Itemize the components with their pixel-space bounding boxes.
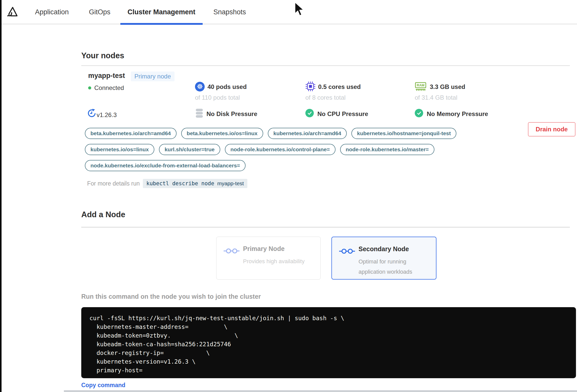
node-label-pill: kubernetes.io/os=linux (85, 144, 154, 155)
node-label-pill: node-role.kubernetes.io/master= (340, 144, 434, 155)
version-update-icon (87, 108, 97, 118)
add-node-heading: Add a Node (81, 210, 125, 219)
mouse-cursor (294, 2, 306, 18)
details-prefix: For more details run (87, 180, 140, 187)
node-link-icon (224, 248, 240, 254)
tab-label: Application (35, 8, 69, 16)
node-label-pill: beta.kubernetes.io/arch=amd64 (85, 128, 177, 139)
horizontal-scrollbar[interactable] (64, 390, 577, 392)
check-icon (305, 109, 314, 117)
kubectl-command-chip: kubectl describe node myapp-test (143, 179, 247, 188)
join-command-block: curl -fsSL https://kurl.sh/jq-new-test-u… (81, 307, 576, 378)
copy-command-link[interactable]: Copy command (81, 382, 125, 389)
app-logo-icon (7, 6, 19, 18)
option-description: Optimal for running application workload… (359, 257, 433, 277)
cores-used: 0.5 cores used (318, 83, 361, 90)
tab-label: GitOps (89, 8, 110, 16)
primary-node-badge: Primary node (131, 72, 175, 81)
join-command-label: Run this command on the node you wish to… (81, 293, 261, 300)
tab-snapshots[interactable]: Snapshots (206, 0, 253, 24)
tab-gitops[interactable]: GitOps (82, 0, 118, 24)
primary-node-option[interactable]: Primary Node Provides high availability (216, 237, 321, 280)
kubernetes-icon: ☸ (195, 82, 205, 91)
node-label-pill: kubernetes.io/hostname=jonquil-test (351, 128, 456, 139)
your-nodes-heading: Your nodes (81, 51, 124, 60)
tab-label: Cluster Management (128, 8, 195, 16)
secondary-node-option[interactable]: Secondary Node Optimal for running appli… (331, 237, 436, 280)
drain-node-button[interactable]: Drain node (528, 122, 575, 136)
option-title: Secondary Node (359, 245, 409, 253)
top-nav: Application GitOps Cluster Management Sn… (0, 0, 577, 24)
node-version: v1.26.3 (97, 111, 117, 119)
kubectl-command: kubectl describe node (146, 180, 214, 187)
join-command-text: curl -fsSL https://kurl.sh/jq-new-test-u… (81, 307, 576, 381)
screen-left-edge (0, 0, 2, 392)
node-label-pill: beta.kubernetes.io/os=linux (181, 128, 263, 139)
tab-label: Snapshots (213, 8, 246, 16)
memory-pressure: No Memory Pressure (427, 110, 488, 118)
pods-used: 40 pods used (207, 83, 247, 90)
cores-total: of 8 cores total (305, 94, 345, 101)
connected-dot-icon (88, 86, 91, 89)
node-label-pill: node.kubernetes.io/exclude-from-external… (85, 160, 246, 171)
ram-icon: RAM (415, 82, 426, 91)
node-label-pill: kubernetes.io/arch=amd64 (268, 128, 347, 139)
option-description: Provides high availability (243, 256, 317, 267)
node-labels: beta.kubernetes.io/arch=amd64 beta.kuber… (85, 128, 487, 171)
disk-icon (195, 108, 203, 118)
node-details-hint: For more details run kubectl describe no… (87, 179, 247, 188)
svg-text:RAM: RAM (417, 83, 424, 87)
option-title: Primary Node (243, 245, 285, 252)
kubectl-command-node: myapp-test (217, 180, 244, 187)
node-label-pill: kurl.sh/cluster=true (159, 144, 220, 155)
section-divider (81, 65, 570, 66)
node-name: myapp-test (88, 72, 125, 80)
node-status-label: Connected (94, 84, 124, 91)
node-status: Connected (88, 84, 124, 91)
node-link-icon (339, 248, 355, 255)
cpu-icon (305, 81, 316, 91)
pods-total: of 110 pods total (195, 94, 240, 101)
tab-cluster-management[interactable]: Cluster Management (120, 0, 203, 24)
disk-pressure: No Disk Pressure (206, 110, 257, 118)
memory-total: of 31.4 GB total (415, 94, 457, 101)
node-label-pill: node-role.kubernetes.io/control-plane= (225, 144, 336, 155)
memory-used: 3.3 GB used (430, 83, 465, 90)
check-icon (415, 109, 423, 117)
tab-application[interactable]: Application (28, 0, 76, 24)
section-divider (81, 227, 570, 227)
cpu-pressure: No CPU Pressure (317, 110, 368, 118)
